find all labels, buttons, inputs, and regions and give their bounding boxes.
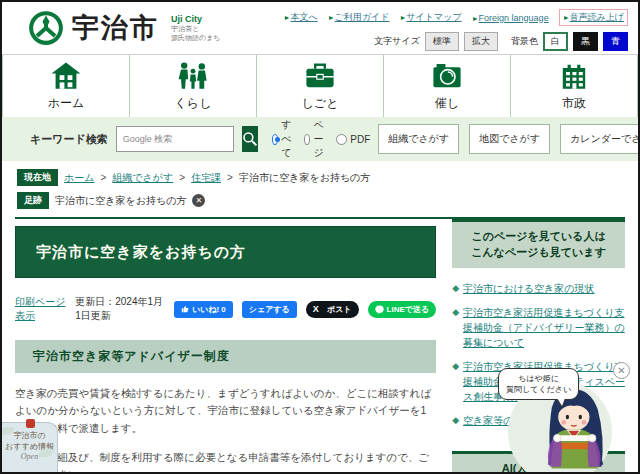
- list-item: ◆宇治市空き家活用促進まちづくり支援補助金（アドバイザリー業務）の募集について: [452, 305, 625, 350]
- diamond-bullet-icon: ◆: [452, 281, 459, 296]
- diamond-bullet-icon: ◆: [452, 359, 459, 404]
- mascot-widget: ✕ ちはや姫に 質問してください: [498, 362, 630, 472]
- nav-item-work[interactable]: しごと: [256, 55, 383, 117]
- line-icon: [375, 305, 384, 314]
- link-foreign-language[interactable]: Foreign language: [472, 13, 549, 23]
- body-paragraph-1: 空き家の売買や賃貸を検討するにあたり、まずどうすればよいのか、どこに相談すればよ…: [15, 385, 436, 437]
- related-pages-heading: このページを見ている人は こんなページも見ています: [452, 222, 625, 268]
- section-heading-box: 宇治市空き家等アドバイザー制度: [15, 340, 436, 373]
- family-icon: [176, 60, 210, 92]
- main-content: 宇治市に空き家をお持ちの方 印刷ページ表示 更新日：2024年1月1日更新 いい…: [15, 219, 436, 474]
- uji-city-emblem-icon: [28, 10, 64, 46]
- related-link-2[interactable]: 宇治市空き家活用促進まちづくり支援補助金（アドバイザリー業務）の募集について: [463, 305, 625, 350]
- home-icon: [49, 60, 83, 92]
- site-tagline-1: 宇治茶と: [171, 24, 221, 33]
- breadcrumb-home[interactable]: ホーム: [64, 171, 94, 185]
- footprint-remove-icon[interactable]: ✕: [192, 194, 205, 207]
- nav-label: 市政: [562, 95, 586, 112]
- building-icon: [557, 60, 591, 92]
- page-title-box: 宇治市に空き家をお持ちの方: [15, 226, 436, 278]
- nav-label: くらし: [175, 95, 212, 112]
- updated-date: 更新日：2024年1月1日更新: [75, 295, 165, 323]
- diamond-bullet-icon: ◆: [452, 413, 459, 428]
- nav-item-government[interactable]: 市政: [510, 55, 638, 117]
- search-icon: [242, 131, 258, 147]
- font-large-button[interactable]: 拡大: [464, 32, 498, 51]
- link-sitemap[interactable]: サイトマップ: [399, 11, 461, 24]
- radio-dot: [304, 134, 310, 145]
- site-tagline-2: 源氏物語のまち: [171, 33, 221, 42]
- bg-white-button[interactable]: 白: [543, 32, 568, 51]
- nav-item-home[interactable]: ホーム: [2, 55, 129, 117]
- search-scope-radios: すべて ページ PDF: [272, 118, 370, 160]
- radio-dot: [272, 134, 278, 145]
- recommend-tab-icon: [26, 419, 35, 428]
- thumbs-up-icon: [181, 305, 189, 313]
- link-to-content[interactable]: 本文へ: [284, 11, 318, 24]
- radio-dot: [336, 134, 347, 145]
- search-bar: キーワード検索 すべて ページ PDF 組織でさがす 地図でさがす カレンダーで…: [2, 117, 638, 161]
- site-title-en: Uji City: [171, 14, 221, 24]
- link-voice-readout[interactable]: 音声読み上げ: [559, 9, 628, 26]
- nav-label: しごと: [302, 95, 339, 112]
- x-post-button[interactable]: X ポスト: [306, 301, 359, 318]
- diamond-bullet-icon: ◆: [452, 305, 459, 350]
- facebook-like-button[interactable]: いいね! 0: [174, 301, 233, 318]
- print-page-link[interactable]: 印刷ページ表示: [15, 295, 66, 323]
- related-pages-box: このページを見ている人は こんなページも見ています: [452, 219, 625, 268]
- search-button[interactable]: [242, 126, 258, 152]
- nav-label: 催し: [435, 95, 459, 112]
- footprint-badge: 足跡: [17, 192, 49, 209]
- breadcrumb-housing-div[interactable]: 住宅課: [191, 171, 221, 185]
- facebook-share-button[interactable]: シェアする: [242, 301, 297, 318]
- font-size-label: 文字サイズ: [374, 35, 420, 48]
- radio-all[interactable]: すべて: [272, 118, 296, 160]
- bg-blue-button[interactable]: 青: [603, 32, 628, 51]
- link-usage-guide[interactable]: ご利用ガイド: [328, 11, 390, 24]
- camera-icon: [430, 60, 464, 92]
- search-by-map-button[interactable]: 地図でさがす: [469, 124, 550, 154]
- browser-page: 宇治市 Uji City 宇治茶と 源氏物語のまち 本文へ ご利用ガイド サイト…: [0, 0, 640, 474]
- site-title: 宇治市: [72, 10, 159, 46]
- search-label: キーワード検索: [30, 132, 108, 147]
- search-by-calendar-button[interactable]: カレンダーでさがす: [560, 124, 640, 154]
- x-logo-icon: X: [313, 304, 319, 314]
- radio-page[interactable]: ページ: [304, 118, 328, 160]
- nav-label: ホーム: [48, 95, 85, 112]
- breadcrumb: 現在地 ホーム> 組織でさがす> 住宅課> 宇治市に空き家をお持ちの方: [2, 161, 638, 186]
- nav-item-living[interactable]: くらし: [129, 55, 256, 117]
- line-share-button[interactable]: LINEで送る: [368, 301, 437, 318]
- bg-black-button[interactable]: 黒: [573, 32, 598, 51]
- nav-item-events[interactable]: 催し: [383, 55, 510, 117]
- global-nav: ホーム くらし しごと 催し 市政: [2, 55, 638, 117]
- radio-pdf[interactable]: PDF: [336, 134, 370, 145]
- current-location-badge: 現在地: [17, 169, 58, 186]
- mascot-close-icon[interactable]: ✕: [613, 362, 630, 379]
- section-heading: 宇治市空き家等アドバイザー制度: [33, 348, 418, 365]
- footprint-row: 足跡 宇治市に空き家をお持ちの方 ✕: [2, 186, 638, 209]
- site-header: 宇治市 Uji City 宇治茶と 源氏物語のまち 本文へ ご利用ガイド サイト…: [2, 2, 638, 55]
- briefcase-icon: [303, 60, 337, 92]
- recommend-info-tab[interactable]: 宇治市の おすすめ情報 Open: [2, 422, 58, 472]
- search-input[interactable]: [116, 126, 234, 152]
- page-toolbar: 印刷ページ表示 更新日：2024年1月1日更新 いいね! 0 シェアする X ポ…: [15, 295, 436, 323]
- list-item: ◆宇治市における空き家の現状: [452, 281, 625, 296]
- bg-color-label: 背景色: [511, 35, 538, 48]
- breadcrumb-current: 宇治市に空き家をお持ちの方: [239, 171, 370, 185]
- related-link-1[interactable]: 宇治市における空き家の現状: [463, 281, 594, 296]
- site-logo[interactable]: 宇治市 Uji City 宇治茶と 源氏物語のまち: [28, 10, 221, 46]
- search-by-org-button[interactable]: 組織でさがす: [378, 124, 459, 154]
- footprint-item: 宇治市に空き家をお持ちの方: [55, 194, 186, 208]
- body-paragraph-2: 制度の詳細及び、制度を利用する際に必要となる申請書等を添付しておりますので、ご活…: [15, 449, 436, 474]
- breadcrumb-org[interactable]: 組織でさがす: [112, 171, 173, 185]
- header-utility: 本文へ ご利用ガイド サイトマップ Foreign language 音声読み上…: [284, 9, 629, 51]
- page-title: 宇治市に空き家をお持ちの方: [36, 243, 246, 262]
- mascot-speech-bubble: ちはや姫に 質問してください: [498, 368, 579, 400]
- font-standard-button[interactable]: 標準: [425, 32, 459, 51]
